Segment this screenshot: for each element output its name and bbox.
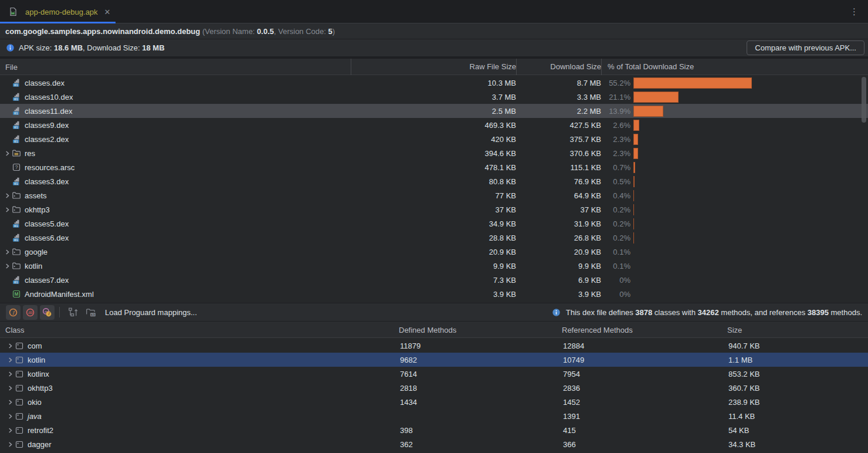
raw-file-size: 37 KB xyxy=(351,205,516,214)
folder-icon xyxy=(12,191,21,200)
column-header-defined-methods[interactable]: Defined Methods xyxy=(399,326,562,334)
file-row[interactable]: 01classes11.dex2.5 MB2.2 MB13.9% xyxy=(0,104,868,118)
class-row[interactable]: okhttp328182836360.7 KB xyxy=(0,381,868,395)
file-row[interactable]: google20.9 KB20.9 KB0.1% xyxy=(0,245,868,259)
tab-active-underline xyxy=(0,22,116,23)
file-row[interactable]: ?resources.arsc478.1 KB115.1 KB0.7% xyxy=(0,160,868,174)
class-row[interactable]: kotlinx76147954853.2 KB xyxy=(0,367,868,381)
file-row[interactable]: kotlin9.9 KB9.9 KB0.1% xyxy=(0,259,868,273)
chevron-right-icon[interactable] xyxy=(2,207,12,212)
chevron-right-icon[interactable] xyxy=(5,428,15,433)
column-header-file[interactable]: File xyxy=(0,63,351,72)
download-pct-bar-cell xyxy=(630,259,868,273)
file-row[interactable]: 01classes10.dex3.7 MB3.3 MB21.1% xyxy=(0,90,868,104)
chevron-right-icon[interactable] xyxy=(5,371,15,377)
chevron-right-icon[interactable] xyxy=(5,386,15,391)
file-row[interactable]: 01classes9.dex469.3 KB427.5 KB2.6% xyxy=(0,118,868,132)
download-pct-bar xyxy=(633,162,635,173)
defined-methods: 7614 xyxy=(399,370,562,378)
download-pct: 0% xyxy=(601,290,630,299)
chevron-right-icon[interactable] xyxy=(2,263,12,269)
column-header-raw-file-size[interactable]: Raw File Size xyxy=(351,59,516,75)
compare-with-previous-apk-button[interactable]: Compare with previous APK... xyxy=(747,40,864,55)
raw-file-size: 77 KB xyxy=(351,191,516,200)
folder-icon xyxy=(12,205,21,214)
svg-text:f: f xyxy=(12,309,16,315)
class-name: com xyxy=(28,342,42,350)
column-header-download-size[interactable]: Download Size xyxy=(516,59,601,75)
file-row[interactable]: 01classes7.dex7.3 KB6.9 KB0% xyxy=(0,273,868,287)
chevron-right-icon[interactable] xyxy=(5,442,15,447)
load-proguard-mappings-label[interactable]: Load Proguard mappings... xyxy=(105,308,197,317)
version-suffix: ) xyxy=(333,27,335,36)
chevron-right-icon[interactable] xyxy=(5,357,15,363)
class-size: 1.1 MB xyxy=(727,356,868,364)
column-header-class[interactable]: Class xyxy=(0,326,399,334)
chevron-right-icon[interactable] xyxy=(5,414,15,419)
download-pct-bar-cell xyxy=(630,287,868,301)
file-name-cell: 01classes3.dex xyxy=(0,177,351,186)
chevron-right-icon[interactable] xyxy=(2,249,12,255)
class-row[interactable]: java139111.4 KB xyxy=(0,409,868,423)
class-row[interactable]: okio14341452238.9 KB xyxy=(0,395,868,409)
file-name: classes.dex xyxy=(25,79,65,87)
folder-icon xyxy=(12,247,21,256)
class-row[interactable]: com1187912884940.7 KB xyxy=(0,339,868,353)
class-row[interactable]: retrofit239841554 KB xyxy=(0,423,868,437)
file-row[interactable]: 01classes3.dex80.8 KB76.9 KB0.5% xyxy=(0,174,868,188)
show-referenced-nodes-toggle-button[interactable]: m f xyxy=(40,305,55,320)
file-row[interactable]: MAndroidManifest.xml3.9 KB3.9 KB0% xyxy=(0,287,868,301)
file-row[interactable]: 01classes5.dex34.9 KB31.9 KB0.2% xyxy=(0,217,868,231)
download-pct-bar-cell xyxy=(630,245,868,259)
tab-close-icon[interactable]: ✕ xyxy=(104,8,111,16)
chevron-right-icon[interactable] xyxy=(2,151,12,156)
download-pct-bar-cell xyxy=(630,217,868,231)
show-methods-toggle-button[interactable]: m xyxy=(23,305,38,320)
file-row[interactable]: okhttp337 KB37 KB0.2% xyxy=(0,202,868,217)
file-row[interactable]: assets77 KB64.9 KB0.4% xyxy=(0,188,868,202)
file-name-cell: assets xyxy=(0,191,351,200)
class-row[interactable]: kotlin9682107491.1 MB xyxy=(0,353,868,367)
apk-size-row: APK size: 18.6 MB, Download Size: 18 MB … xyxy=(0,39,868,56)
tab-apk-file[interactable]: app-demo-debug.apk ✕ xyxy=(0,0,119,23)
chevron-right-icon[interactable] xyxy=(5,400,15,405)
class-name-cell: dagger xyxy=(0,440,399,449)
dex-file-icon: 01 xyxy=(12,219,21,228)
kebab-menu-icon[interactable]: ⋮ xyxy=(850,6,859,18)
apk-package-row: com.google.samples.apps.nowinandroid.dem… xyxy=(0,23,868,39)
column-header-referenced-methods[interactable]: Referenced Methods xyxy=(562,326,727,334)
dex-file-icon: 01 xyxy=(12,92,21,102)
package-icon xyxy=(15,355,24,364)
chevron-right-icon[interactable] xyxy=(5,343,15,349)
deobfuscate-names-icon[interactable]: a.b xyxy=(86,307,96,317)
svg-text:m: m xyxy=(28,310,33,315)
resource-table-icon: ? xyxy=(12,163,21,172)
file-table-body: 01classes.dex10.3 MB8.7 MB55.2%01classes… xyxy=(0,75,868,303)
download-size: 427.5 KB xyxy=(516,121,601,130)
defined-methods: 9682 xyxy=(399,356,562,364)
class-size: 34.3 KB xyxy=(727,440,868,449)
class-row[interactable]: dagger36236634.3 KB xyxy=(0,437,868,451)
download-pct-bar xyxy=(633,120,639,131)
column-header-pct-of-total[interactable]: % of Total Download Size xyxy=(601,59,868,75)
download-size-label: , Download Size: xyxy=(83,43,142,52)
raw-file-size: 80.8 KB xyxy=(351,177,516,186)
download-pct: 21.1% xyxy=(601,93,630,102)
show-fields-toggle-button[interactable]: f xyxy=(6,305,21,320)
file-row[interactable]: 01classes6.dex28.8 KB26.8 KB0.2% xyxy=(0,231,868,245)
apk-size-value: 18.6 MB xyxy=(54,43,83,52)
column-header-size[interactable]: Size xyxy=(727,326,868,334)
referenced-methods: 10749 xyxy=(562,356,727,364)
file-row[interactable]: res394.6 KB370.6 KB2.3% xyxy=(0,146,868,160)
download-size: 8.7 MB xyxy=(516,79,601,87)
vertical-scrollbar-thumb[interactable] xyxy=(862,77,866,123)
raw-file-size: 3.9 KB xyxy=(351,290,516,299)
dex-file-icon: 01 xyxy=(12,106,21,116)
class-name-cell: java xyxy=(0,411,399,421)
chevron-right-icon[interactable] xyxy=(2,193,12,198)
file-name: AndroidManifest.xml xyxy=(25,290,94,299)
download-pct-bar xyxy=(633,106,663,117)
file-row[interactable]: 01classes.dex10.3 MB8.7 MB55.2% xyxy=(0,76,868,90)
change-sort-order-icon[interactable] xyxy=(68,307,79,317)
file-row[interactable]: 01classes2.dex420 KB375.7 KB2.3% xyxy=(0,132,868,146)
